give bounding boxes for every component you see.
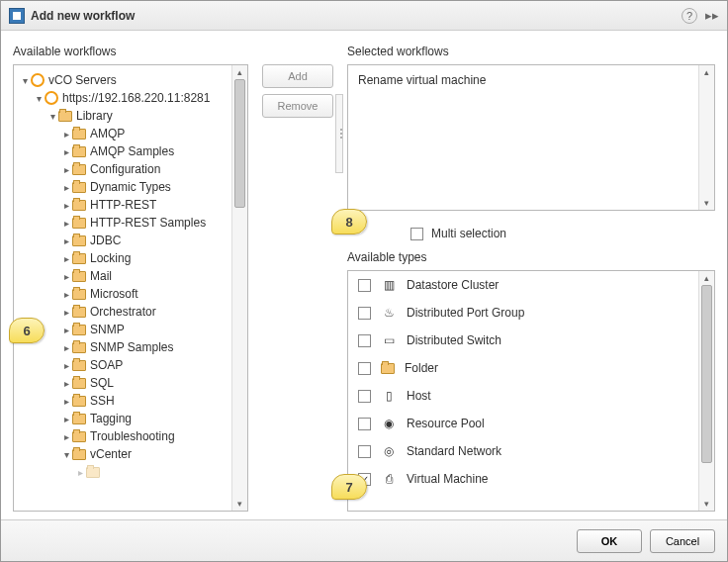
folder-icon (72, 218, 86, 229)
type-checkbox[interactable] (358, 390, 371, 403)
type-label: Distributed Port Group (407, 306, 524, 320)
multi-selection-label: Multi selection (431, 227, 506, 240)
available-types-label: Available types (347, 250, 715, 264)
type-row-datastore-cluster[interactable]: ▥Datastore Cluster (348, 271, 698, 299)
tree-item-jdbc[interactable]: ▸JDBC (18, 232, 228, 249)
folder-icon (72, 325, 86, 335)
tree-item-http-rest-samples[interactable]: ▸HTTP-REST Samples (18, 214, 228, 232)
twist-icon[interactable]: ▸ (61, 164, 72, 175)
tree-root[interactable]: ▾vCO Servers (18, 71, 228, 89)
types-list[interactable]: ▥Datastore Cluster♨Distributed Port Grou… (348, 271, 698, 511)
folder-icon (72, 396, 86, 407)
type-checkbox[interactable] (358, 279, 371, 292)
twist-icon[interactable]: ▾ (34, 93, 45, 104)
cancel-button[interactable]: Cancel (650, 529, 715, 553)
twist-icon[interactable]: ▸ (61, 182, 72, 193)
twist-icon[interactable]: ▸ (61, 325, 72, 335)
tree-item-vcenter[interactable]: ▾vCenter (18, 445, 228, 463)
tree-item-tagging[interactable]: ▸Tagging (18, 410, 228, 427)
tree-item-snmp[interactable]: ▸SNMP (18, 321, 228, 338)
twist-icon[interactable]: ▸ (61, 218, 72, 229)
tree-item-http-rest[interactable]: ▸HTTP-REST (18, 196, 228, 214)
tree-item-amqp-samples[interactable]: ▸AMQP Samples (18, 142, 228, 160)
type-icon: ▥ (381, 277, 397, 293)
tree-item-configuration[interactable]: ▸Configuration (18, 160, 228, 178)
titlebar: Add new workflow ? ▸▸ (1, 1, 727, 31)
collapser-handle[interactable] (335, 94, 343, 173)
type-checkbox[interactable] (358, 307, 371, 320)
folder-icon (72, 449, 86, 460)
twist-icon[interactable]: ▸ (61, 360, 72, 371)
twist-icon[interactable]: ▾ (20, 75, 31, 86)
tree-item-orchestrator[interactable]: ▸Orchestrator (18, 303, 228, 321)
type-row-virtual-machine[interactable]: ✓⎙Virtual Machine (348, 465, 698, 493)
selected-list[interactable]: Rename virtual machine (348, 65, 698, 210)
folder-icon (72, 431, 86, 442)
workflow-tree[interactable]: ▾vCO Servers▾https://192.168.220.11:8281… (14, 65, 231, 511)
twist-icon[interactable]: ▸ (61, 396, 72, 407)
tree-label: vCO Servers (48, 73, 117, 87)
tree-scrollbar[interactable]: ▴ ▾ (231, 65, 247, 511)
folder-icon (72, 146, 86, 157)
type-label: Folder (405, 361, 438, 375)
twist-icon[interactable]: ▸ (61, 235, 72, 246)
twist-icon[interactable]: ▾ (61, 449, 72, 460)
type-checkbox[interactable] (358, 362, 371, 375)
ok-button[interactable]: OK (577, 529, 642, 553)
twist-icon[interactable]: ▾ (47, 111, 58, 122)
folder-icon (72, 200, 86, 211)
expand-icon[interactable]: ▸▸ (705, 8, 719, 23)
callout-6: 6 (9, 318, 45, 343)
twist-icon[interactable]: ▸ (61, 307, 72, 318)
type-checkbox[interactable] (358, 334, 371, 347)
type-checkbox[interactable] (358, 445, 371, 458)
twist-icon[interactable]: ▸ (61, 342, 72, 353)
available-workflows-label: Available workflows (13, 45, 248, 58)
type-row-distributed-switch[interactable]: ▭Distributed Switch (348, 327, 698, 354)
tree-server[interactable]: ▾https://192.168.220.11:8281 (18, 89, 228, 107)
tree-item-microsoft[interactable]: ▸Microsoft (18, 285, 228, 303)
twist-icon[interactable]: ▸ (61, 271, 72, 282)
dialog-title: Add new workflow (31, 9, 682, 23)
tree-item-soap[interactable]: ▸SOAP (18, 356, 228, 374)
twist-icon[interactable]: ▸ (61, 146, 72, 157)
tree-item-mail[interactable]: ▸Mail (18, 267, 228, 285)
tree-item-locking[interactable]: ▸Locking (18, 249, 228, 267)
tree-label: AMQP Samples (90, 144, 174, 158)
type-row-distributed-port-group[interactable]: ♨Distributed Port Group (348, 299, 698, 327)
twist-icon[interactable]: ▸ (61, 200, 72, 211)
tree-label: Tagging (90, 412, 132, 425)
tree-item-sql[interactable]: ▸SQL (18, 374, 228, 392)
multi-selection-checkbox[interactable] (410, 228, 423, 240)
type-checkbox[interactable] (358, 418, 371, 430)
type-row-folder[interactable]: Folder (348, 354, 698, 382)
twist-icon[interactable]: ▸ (61, 431, 72, 442)
tree-item-dynamic-types[interactable]: ▸Dynamic Types (18, 178, 228, 196)
help-icon[interactable]: ? (682, 8, 697, 24)
remove-button[interactable]: Remove (262, 94, 333, 118)
add-button[interactable]: Add (262, 64, 333, 88)
tree-label: Dynamic Types (90, 180, 171, 194)
twist-icon[interactable]: ▸ (61, 289, 72, 300)
folder-icon (381, 363, 395, 374)
tree-item-amqp[interactable]: ▸AMQP (18, 125, 228, 142)
tree-item-cutoff[interactable]: ▸ (18, 463, 228, 481)
type-icon: ⎙ (381, 471, 397, 487)
tree-item-ssh[interactable]: ▸SSH (18, 392, 228, 410)
tree-item-troubleshooting[interactable]: ▸Troubleshooting (18, 427, 228, 445)
twist-icon[interactable]: ▸ (61, 253, 72, 264)
twist-icon[interactable]: ▸ (61, 378, 72, 389)
tree-item-snmp-samples[interactable]: ▸SNMP Samples (18, 338, 228, 356)
type-row-resource-pool[interactable]: ◉Resource Pool (348, 410, 698, 437)
type-row-host[interactable]: ▯Host (348, 382, 698, 410)
twist-icon[interactable]: ▸ (61, 129, 72, 140)
tree-library[interactable]: ▾Library (18, 107, 228, 125)
types-scrollbar[interactable]: ▴ ▾ (698, 271, 714, 511)
selected-scrollbar[interactable]: ▴ ▾ (698, 65, 714, 210)
tree-label: HTTP-REST (90, 198, 156, 212)
app-icon (9, 8, 25, 24)
selected-item[interactable]: Rename virtual machine (358, 73, 688, 87)
type-row-standard-network[interactable]: ◎Standard Network (348, 437, 698, 465)
tree-label: Orchestrator (90, 305, 156, 319)
twist-icon[interactable]: ▸ (61, 414, 72, 424)
